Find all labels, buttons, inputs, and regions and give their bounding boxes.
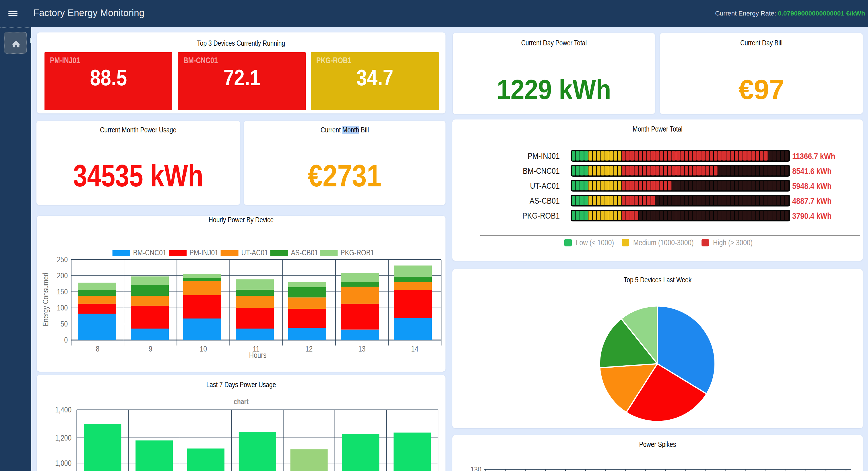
svg-text:Hours: Hours <box>249 351 267 359</box>
svg-text:PM-INJ01: PM-INJ01 <box>528 151 560 160</box>
svg-text:BM-CNC01: BM-CNC01 <box>523 166 560 175</box>
svg-text:4887.7 kWh: 4887.7 kWh <box>792 196 832 206</box>
svg-text:3790.4 kWh: 3790.4 kWh <box>792 211 832 220</box>
svg-text:Low (< 1000): Low (< 1000) <box>576 238 614 247</box>
svg-text:Top 5 Devices Last Week: Top 5 Devices Last Week <box>624 276 692 284</box>
svg-text:Medium (1000-3000): Medium (1000-3000) <box>633 238 693 247</box>
svg-text:High (> 3000): High (> 3000) <box>713 238 753 247</box>
svg-text:chart: chart <box>234 398 249 406</box>
svg-text:1,000: 1,000 <box>55 459 71 467</box>
svg-text:Power Spikes: Power Spikes <box>639 440 676 448</box>
svg-text:Month Power Total: Month Power Total <box>632 125 682 133</box>
svg-text:150: 150 <box>57 287 68 296</box>
svg-text:11366.7 kWh: 11366.7 kWh <box>792 151 835 161</box>
svg-text:UT-AC01: UT-AC01 <box>530 181 560 190</box>
svg-text:Last 7 Days Power Usage: Last 7 Days Power Usage <box>206 381 276 389</box>
svg-text:50: 50 <box>61 319 68 328</box>
svg-text:1,200: 1,200 <box>55 433 71 442</box>
svg-text:200: 200 <box>57 271 68 280</box>
svg-text:UT-AC01: UT-AC01 <box>241 248 268 257</box>
svg-text:1,400: 1,400 <box>55 405 71 414</box>
svg-text:AS-CB01: AS-CB01 <box>530 196 560 205</box>
svg-text:10: 10 <box>200 344 207 353</box>
svg-text:8541.6 kWh: 8541.6 kWh <box>792 166 832 176</box>
svg-text:PM-INJ01: PM-INJ01 <box>189 248 218 257</box>
svg-text:0: 0 <box>64 335 68 344</box>
svg-text:12: 12 <box>305 344 313 353</box>
svg-text:13: 13 <box>358 344 365 353</box>
svg-text:9: 9 <box>149 344 152 353</box>
svg-text:8: 8 <box>96 344 100 353</box>
svg-text:100: 100 <box>57 303 68 312</box>
svg-text:AS-CB01: AS-CB01 <box>291 248 318 257</box>
svg-text:5948.4 kWh: 5948.4 kWh <box>792 181 832 191</box>
svg-text:250: 250 <box>57 255 68 264</box>
svg-text:130: 130 <box>470 465 482 471</box>
svg-text:PKG-ROB1: PKG-ROB1 <box>522 210 560 220</box>
svg-text:BM-CNC01: BM-CNC01 <box>133 248 166 257</box>
svg-text:14: 14 <box>411 344 418 353</box>
svg-text:Hourly Power By Device: Hourly Power By Device <box>209 216 274 224</box>
svg-text:PKG-ROB1: PKG-ROB1 <box>340 248 374 257</box>
svg-text:Energy Consumed: Energy Consumed <box>41 272 50 327</box>
